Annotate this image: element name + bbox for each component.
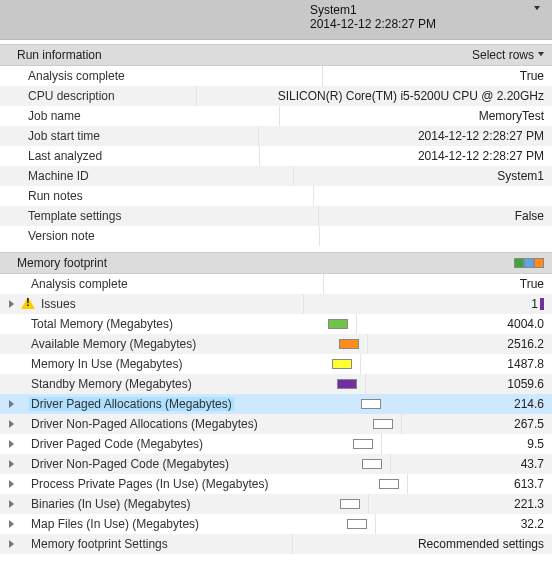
color-swatch (347, 519, 367, 529)
expand-icon[interactable] (8, 500, 17, 509)
row-label: Process Private Pages (In Use) (Megabyte… (29, 477, 268, 491)
table-row[interactable]: Driver Paged Allocations (Megabytes)214.… (0, 394, 552, 414)
row-value: System1 (497, 169, 544, 183)
row-label: Job name (26, 109, 81, 123)
row-value: False (515, 209, 544, 223)
color-swatch (373, 419, 393, 429)
table-row[interactable]: Job nameMemoryTest (0, 106, 552, 126)
row-label: Available Memory (Megabytes) (29, 337, 196, 351)
table-row[interactable]: Map Files (In Use) (Megabytes)32.2 (0, 514, 552, 534)
run-information-rows: Analysis completeTrueCPU descriptionSILI… (0, 66, 552, 246)
section-title: Memory footprint (17, 256, 107, 270)
row-label: Version note (26, 229, 95, 243)
row-label: Last analyzed (26, 149, 102, 163)
table-row[interactable]: Process Private Pages (In Use) (Megabyte… (0, 474, 552, 494)
row-value: 221.3 (514, 497, 544, 511)
row-value: 43.7 (521, 457, 544, 471)
row-label: Driver Paged Code (Megabytes) (29, 437, 203, 451)
header-timestamp: 2014-12-12 2:28:27 PM (310, 17, 544, 31)
expand-icon[interactable] (8, 540, 17, 549)
row-value: True (520, 69, 544, 83)
color-swatch (379, 479, 399, 489)
select-rows-button[interactable]: Select rows (472, 48, 536, 62)
row-value: 2516.2 (507, 337, 544, 351)
row-label: Issues (39, 297, 76, 311)
row-label: Machine ID (26, 169, 89, 183)
color-swatch (340, 499, 360, 509)
section-header-run-information[interactable]: Run information Select rows (0, 44, 552, 66)
table-row[interactable]: Analysis completeTrue (0, 66, 552, 86)
header-system-name: System1 (310, 3, 544, 17)
table-row[interactable]: Issues1 (0, 294, 552, 314)
row-value: True (520, 277, 544, 291)
table-row[interactable]: Analysis completeTrue (0, 274, 552, 294)
expand-icon[interactable] (8, 460, 17, 469)
color-swatch (337, 379, 357, 389)
color-swatch (353, 439, 373, 449)
row-label: Driver Non-Paged Allocations (Megabytes) (29, 417, 258, 431)
column-header-bar[interactable]: System1 2014-12-12 2:28:27 PM (0, 0, 552, 40)
row-label: Driver Non-Paged Code (Megabytes) (29, 457, 229, 471)
row-label: Binaries (In Use) (Megabytes) (29, 497, 190, 511)
memory-footprint-rows: Analysis completeTrueIssues1Total Memory… (0, 274, 552, 554)
color-swatch (328, 319, 348, 329)
row-label: Driver Paged Allocations (Megabytes) (29, 397, 234, 411)
row-label: Map Files (In Use) (Megabytes) (29, 517, 199, 531)
table-row[interactable]: Total Memory (Megabytes)4004.0 (0, 314, 552, 334)
table-row[interactable]: Memory footprint SettingsRecommended set… (0, 534, 552, 554)
expand-icon[interactable] (8, 420, 17, 429)
table-row[interactable]: Standby Memory (Megabytes)1059.6 (0, 374, 552, 394)
expand-icon[interactable] (8, 480, 17, 489)
table-row[interactable]: Run notes (0, 186, 552, 206)
row-label: Template settings (26, 209, 121, 223)
table-row[interactable]: Driver Non-Paged Allocations (Megabytes)… (0, 414, 552, 434)
table-row[interactable]: Template settingsFalse (0, 206, 552, 226)
table-row[interactable]: Job start time2014-12-12 2:28:27 PM (0, 126, 552, 146)
row-value: Recommended settings (418, 537, 544, 551)
row-label: Run notes (26, 189, 83, 203)
table-row[interactable]: CPU descriptionSILICON(R) Core(TM) i5-52… (0, 86, 552, 106)
table-row[interactable]: Driver Non-Paged Code (Megabytes)43.7 (0, 454, 552, 474)
row-value: 613.7 (514, 477, 544, 491)
table-row[interactable]: Last analyzed2014-12-12 2:28:27 PM (0, 146, 552, 166)
row-label: Standby Memory (Megabytes) (29, 377, 192, 391)
color-swatch (361, 399, 381, 409)
row-label: Analysis complete (29, 277, 128, 291)
table-row[interactable]: Driver Paged Code (Megabytes)9.5 (0, 434, 552, 454)
row-value: MemoryTest (479, 109, 544, 123)
table-row[interactable]: Available Memory (Megabytes)2516.2 (0, 334, 552, 354)
row-label: Total Memory (Megabytes) (29, 317, 173, 331)
row-value: 1 (531, 297, 538, 311)
table-row[interactable]: Machine IDSystem1 (0, 166, 552, 186)
chevron-down-icon[interactable] (538, 52, 544, 58)
row-value: 2014-12-12 2:28:27 PM (418, 129, 544, 143)
row-value: 1487.8 (507, 357, 544, 371)
value-color-tag (540, 298, 544, 310)
row-value: 214.6 (514, 397, 544, 411)
section-header-memory-footprint[interactable]: Memory footprint (0, 252, 552, 274)
row-label: Analysis complete (26, 69, 125, 83)
color-swatch (339, 339, 359, 349)
row-value: 32.2 (521, 517, 544, 531)
color-swatch (362, 459, 382, 469)
row-label: Memory In Use (Megabytes) (29, 357, 182, 371)
row-label: CPU description (26, 89, 115, 103)
warning-icon (21, 297, 35, 311)
row-value: 267.5 (514, 417, 544, 431)
row-value: 1059.6 (507, 377, 544, 391)
row-label: Memory footprint Settings (29, 537, 168, 551)
row-value: 9.5 (527, 437, 544, 451)
table-row[interactable]: Memory In Use (Megabytes)1487.8 (0, 354, 552, 374)
section-title: Run information (17, 48, 102, 62)
expand-icon[interactable] (8, 440, 17, 449)
expand-icon[interactable] (8, 520, 17, 529)
row-value: SILICON(R) Core(TM) i5-5200U CPU @ 2.20G… (278, 89, 544, 103)
table-row[interactable]: Version note (0, 226, 552, 246)
memory-footprint-header-swatches (514, 258, 544, 268)
expand-icon[interactable] (8, 400, 17, 409)
row-value: 2014-12-12 2:28:27 PM (418, 149, 544, 163)
table-row[interactable]: Binaries (In Use) (Megabytes)221.3 (0, 494, 552, 514)
expand-icon[interactable] (8, 300, 17, 309)
row-value: 4004.0 (507, 317, 544, 331)
row-label: Job start time (26, 129, 100, 143)
